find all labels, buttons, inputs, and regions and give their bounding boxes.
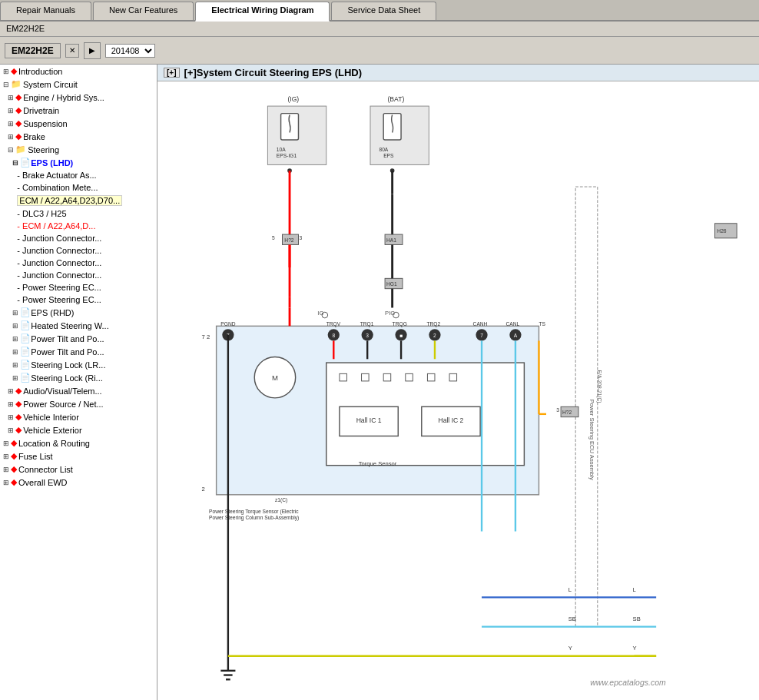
svg-text:H?2: H?2 xyxy=(562,410,572,415)
sidebar-item-junction-c4[interactable]: - Junction Connector... xyxy=(0,269,157,281)
svg-text:EPS: EPS xyxy=(383,153,394,158)
svg-rect-38 xyxy=(383,373,391,381)
svg-text:L: L xyxy=(633,586,636,593)
tab-service-data[interactable]: Service Data Sheet xyxy=(331,2,436,20)
tab-new-car-features[interactable]: New Car Features xyxy=(93,2,194,20)
svg-text:10A: 10A xyxy=(277,147,286,152)
svg-text:3: 3 xyxy=(299,235,302,241)
svg-text:8: 8 xyxy=(332,333,335,338)
sidebar: ⊞ ◆ Introduction ⊟ 📁 System Circuit ⊞ ◆ … xyxy=(0,65,157,700)
svg-text:H?2: H?2 xyxy=(284,237,294,243)
sidebar-item-audio-visual[interactable]: ⊞ ◆ Audio/Visual/Telem... xyxy=(0,384,157,397)
svg-text:HG1: HG1 xyxy=(386,281,397,287)
svg-rect-40 xyxy=(427,373,435,381)
sidebar-item-fuse-list[interactable]: ⊞ ◆ Fuse List xyxy=(0,450,157,463)
sidebar-item-steering-lock-r[interactable]: ⊞ 📄 Steering Lock (Ri... xyxy=(0,371,157,384)
sidebar-item-junction-c2[interactable]: - Junction Connector... xyxy=(0,244,157,257)
sidebar-item-connector-list[interactable]: ⊞ ◆ Connector List xyxy=(0,463,157,476)
svg-text:CANL: CANL xyxy=(506,321,520,327)
sidebar-item-power-tilt-2[interactable]: ⊞ 📄 Power Tilt and Po... xyxy=(0,345,157,358)
sidebar-item-junction-c3[interactable]: - Junction Connector... xyxy=(0,257,157,269)
sidebar-item-heated-steering[interactable]: ⊞ 📄 Heated Steering W... xyxy=(0,319,157,332)
svg-text:PGND: PGND xyxy=(220,321,235,327)
svg-text:80A: 80A xyxy=(379,147,388,152)
sidebar-item-combination-meter[interactable]: - Combination Mete... xyxy=(0,181,157,194)
svg-text:TRQV: TRQV xyxy=(326,321,341,327)
svg-text:Y: Y xyxy=(633,645,637,652)
window-title: EM22H2E xyxy=(5,43,61,58)
svg-text:Hall IC 2: Hall IC 2 xyxy=(439,416,464,424)
sidebar-item-engine-hybrid[interactable]: ⊞ ◆ Engine / Hybrid Sys... xyxy=(0,91,157,104)
svg-text:HA1: HA1 xyxy=(386,237,396,243)
tab-repair-manuals[interactable]: Repair Manuals xyxy=(0,2,91,20)
sidebar-item-vehicle-exterior[interactable]: ⊞ ◆ Vehicle Exterior xyxy=(0,423,157,436)
svg-text:EPS-IG1: EPS-IG1 xyxy=(277,153,297,158)
svg-text:■: ■ xyxy=(399,333,403,338)
breadcrumb: EM22H2E xyxy=(0,22,759,37)
sidebar-item-junction-c1[interactable]: - Junction Connector... xyxy=(0,232,157,244)
sidebar-item-power-tilt-1[interactable]: ⊞ 📄 Power Tilt and Po... xyxy=(0,332,157,345)
svg-text:3: 3 xyxy=(366,333,369,338)
svg-text:M: M xyxy=(272,373,278,382)
svg-text:z1(C): z1(C) xyxy=(275,497,287,503)
sidebar-item-vehicle-interior[interactable]: ⊞ ◆ Vehicle Interior xyxy=(0,410,157,423)
svg-text:SB: SB xyxy=(633,615,641,622)
svg-text:TRQ2: TRQ2 xyxy=(426,321,440,327)
svg-text:(BAT): (BAT) xyxy=(388,95,405,103)
svg-text:www.epcatalogs.com: www.epcatalogs.com xyxy=(590,678,666,687)
sidebar-item-brake-actuator[interactable]: - Brake Actuator As... xyxy=(0,169,157,181)
diagram-title-bar: [+] [+]System Circuit Steering EPS (LHD) xyxy=(157,65,759,81)
svg-text:5: 5 xyxy=(272,235,275,241)
sidebar-item-overall-ewd[interactable]: ⊞ ◆ Overall EWD xyxy=(0,476,157,489)
sidebar-item-ecm-link[interactable]: - ECM / A22,A64,D... xyxy=(0,220,157,232)
sidebar-item-suspension[interactable]: ⊞ ◆ Suspension xyxy=(0,117,157,130)
sidebar-item-eps-lhd[interactable]: ⊟ 📄 EPS (LHD) xyxy=(0,156,157,169)
sidebar-item-system-circuit[interactable]: ⊟ 📁 System Circuit xyxy=(0,78,157,91)
svg-text:3: 3 xyxy=(556,407,559,413)
sidebar-item-power-steering-ec1[interactable]: - Power Steering EC... xyxy=(0,281,157,294)
sidebar-item-drivetrain[interactable]: ⊞ ◆ Drivetrain xyxy=(0,104,157,117)
sidebar-item-ecm-tooltip[interactable]: ECM / A22,A64,D23,D70 ECM / A22,A64,D23,… xyxy=(0,194,157,207)
tab-bar: Repair Manuals New Car Features Electric… xyxy=(0,0,759,22)
sidebar-item-steering[interactable]: ⊟ 📁 Steering xyxy=(0,143,157,156)
svg-text:2: 2 xyxy=(433,333,436,338)
svg-rect-37 xyxy=(362,373,370,381)
svg-text:Power Steering Torque Sensor (: Power Steering Torque Sensor (Electric xyxy=(209,509,299,515)
svg-rect-39 xyxy=(406,373,413,381)
close-button[interactable]: ✕ xyxy=(65,44,79,58)
main-container: ⊞ ◆ Introduction ⊟ 📁 System Circuit ⊞ ◆ … xyxy=(0,65,759,700)
sidebar-item-power-source[interactable]: ⊞ ◆ Power Source / Net... xyxy=(0,397,157,410)
sidebar-item-location-routing[interactable]: ⊞ ◆ Location & Routing xyxy=(0,436,157,450)
svg-rect-36 xyxy=(340,373,347,381)
sidebar-item-steering-lock-l[interactable]: ⊞ 📄 Steering Lock (LR... xyxy=(0,358,157,371)
svg-text:Power Steering ECU Assembly: Power Steering ECU Assembly xyxy=(588,400,595,480)
tab-electrical-wiring[interactable]: Electrical Wiring Diagram xyxy=(195,2,330,22)
svg-text:Power Steering Column Sub-Asse: Power Steering Column Sub-Assembly) xyxy=(209,515,299,521)
svg-text:Torque Sensor: Torque Sensor xyxy=(359,460,397,467)
content-area: [+] [+]System Circuit Steering EPS (LHD)… xyxy=(157,65,759,700)
nav-forward-button[interactable]: ▶ xyxy=(84,42,101,59)
sidebar-item-dlcs[interactable]: - DLC3 / H25 xyxy=(0,207,157,220)
svg-text:A: A xyxy=(514,333,518,338)
svg-rect-41 xyxy=(449,373,457,381)
svg-text:Y: Y xyxy=(568,645,572,652)
sidebar-item-eps-rhd[interactable]: ⊞ 📄 EPS (RHD) xyxy=(0,306,157,319)
svg-text:Hall IC 1: Hall IC 1 xyxy=(356,416,382,424)
svg-text:SB: SB xyxy=(568,615,576,622)
diagram-title: [+]System Circuit Steering EPS (LHD) xyxy=(184,67,363,78)
svg-text:L: L xyxy=(568,586,572,593)
sidebar-item-brake[interactable]: ⊞ ◆ Brake xyxy=(0,130,157,143)
svg-text:E/A-208-21(C): E/A-208-21(C) xyxy=(596,370,602,403)
svg-text:CANH: CANH xyxy=(473,321,488,327)
version-select[interactable]: 201408 xyxy=(105,44,155,58)
svg-rect-2 xyxy=(281,114,299,140)
diagram-expand-button[interactable]: [+] xyxy=(164,68,180,78)
window-title-bar: EM22H2E ✕ ▶ 201408 xyxy=(0,37,759,65)
svg-text:7: 7 xyxy=(480,333,483,338)
svg-text:TRQ1: TRQ1 xyxy=(360,321,374,327)
sidebar-item-power-steering-ec2[interactable]: - Power Steering EC... xyxy=(0,294,157,306)
sidebar-item-introduction[interactable]: ⊞ ◆ Introduction xyxy=(0,65,157,78)
svg-text:2: 2 xyxy=(202,486,205,493)
svg-text:TS: TS xyxy=(539,321,545,327)
svg-text:7 2: 7 2 xyxy=(202,333,210,340)
